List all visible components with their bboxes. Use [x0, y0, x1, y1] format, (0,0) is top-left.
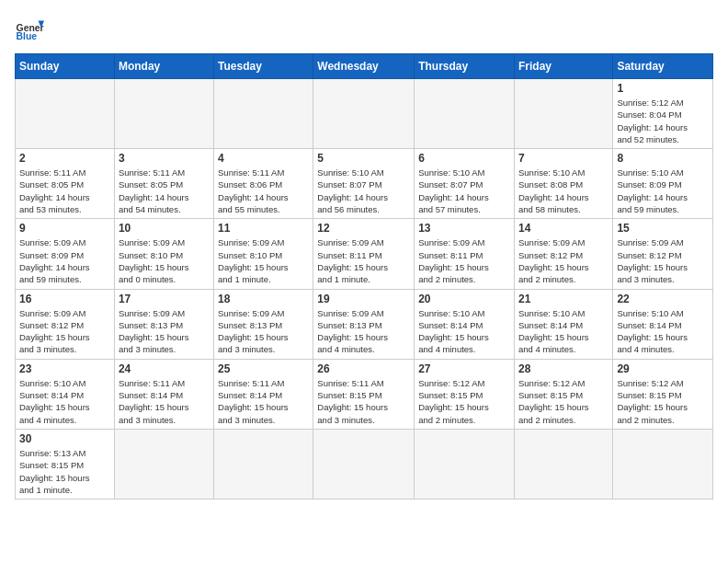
day-number: 22	[617, 293, 709, 305]
day-number: 24	[119, 362, 210, 375]
day-info: Sunrise: 5:09 AM Sunset: 8:12 PM Dayligh…	[19, 307, 110, 356]
svg-text:Blue: Blue	[17, 31, 38, 41]
day-info: Sunrise: 5:09 AM Sunset: 8:13 PM Dayligh…	[119, 307, 210, 356]
calendar-cell: 23Sunrise: 5:10 AM Sunset: 8:14 PM Dayli…	[16, 359, 115, 429]
logo-icon: General Blue	[15, 15, 44, 44]
calendar-cell: 8Sunrise: 5:10 AM Sunset: 8:09 PM Daylig…	[613, 149, 713, 219]
day-info: Sunrise: 5:09 AM Sunset: 8:09 PM Dayligh…	[19, 236, 110, 285]
calendar-cell: 29Sunrise: 5:12 AM Sunset: 8:15 PM Dayli…	[613, 359, 713, 429]
calendar-cell	[214, 79, 313, 149]
day-header-saturday: Saturday	[613, 54, 713, 79]
day-number: 15	[617, 222, 709, 235]
day-info: Sunrise: 5:10 AM Sunset: 8:09 PM Dayligh…	[617, 167, 709, 215]
day-number: 6	[418, 152, 510, 165]
calendar-week-6: 30Sunrise: 5:13 AM Sunset: 8:15 PM Dayli…	[16, 429, 713, 499]
calendar-cell: 3Sunrise: 5:11 AM Sunset: 8:05 PM Daylig…	[114, 149, 213, 219]
day-info: Sunrise: 5:10 AM Sunset: 8:14 PM Dayligh…	[418, 307, 510, 356]
calendar-week-3: 9Sunrise: 5:09 AM Sunset: 8:09 PM Daylig…	[16, 219, 713, 289]
day-info: Sunrise: 5:11 AM Sunset: 8:05 PM Dayligh…	[119, 167, 210, 215]
day-number: 26	[317, 362, 410, 375]
calendar-cell: 20Sunrise: 5:10 AM Sunset: 8:14 PM Dayli…	[415, 289, 515, 359]
calendar-week-4: 16Sunrise: 5:09 AM Sunset: 8:12 PM Dayli…	[16, 289, 713, 359]
calendar-cell: 13Sunrise: 5:09 AM Sunset: 8:11 PM Dayli…	[415, 219, 515, 289]
logo: General Blue	[15, 15, 48, 44]
day-header-tuesday: Tuesday	[214, 54, 313, 79]
calendar-cell	[613, 429, 713, 499]
calendar-cell	[514, 79, 612, 149]
calendar-cell: 16Sunrise: 5:09 AM Sunset: 8:12 PM Dayli…	[16, 289, 115, 359]
day-info: Sunrise: 5:11 AM Sunset: 8:06 PM Dayligh…	[218, 167, 309, 215]
day-number: 17	[119, 293, 210, 305]
calendar-cell: 18Sunrise: 5:09 AM Sunset: 8:13 PM Dayli…	[214, 289, 313, 359]
day-number: 4	[218, 152, 309, 165]
calendar-cell: 1Sunrise: 5:12 AM Sunset: 8:04 PM Daylig…	[613, 79, 713, 149]
calendar-cell: 26Sunrise: 5:11 AM Sunset: 8:15 PM Dayli…	[313, 359, 415, 429]
day-info: Sunrise: 5:09 AM Sunset: 8:12 PM Dayligh…	[617, 236, 709, 285]
day-info: Sunrise: 5:12 AM Sunset: 8:15 PM Dayligh…	[518, 377, 609, 426]
calendar-cell	[514, 429, 612, 499]
day-info: Sunrise: 5:09 AM Sunset: 8:11 PM Dayligh…	[418, 236, 510, 285]
day-number: 27	[418, 362, 510, 375]
calendar-cell: 28Sunrise: 5:12 AM Sunset: 8:15 PM Dayli…	[514, 359, 612, 429]
day-number: 16	[19, 293, 110, 305]
day-number: 28	[518, 362, 609, 375]
calendar-cell: 11Sunrise: 5:09 AM Sunset: 8:10 PM Dayli…	[214, 219, 313, 289]
header-row: SundayMondayTuesdayWednesdayThursdayFrid…	[16, 54, 713, 79]
day-number: 20	[418, 293, 510, 305]
calendar-body: 1Sunrise: 5:12 AM Sunset: 8:04 PM Daylig…	[16, 79, 713, 500]
day-info: Sunrise: 5:10 AM Sunset: 8:07 PM Dayligh…	[317, 167, 410, 215]
calendar-cell: 19Sunrise: 5:09 AM Sunset: 8:13 PM Dayli…	[313, 289, 415, 359]
calendar-header: SundayMondayTuesdayWednesdayThursdayFrid…	[16, 54, 713, 79]
day-number: 21	[518, 293, 609, 305]
day-info: Sunrise: 5:10 AM Sunset: 8:08 PM Dayligh…	[518, 167, 609, 215]
calendar-cell: 27Sunrise: 5:12 AM Sunset: 8:15 PM Dayli…	[415, 359, 515, 429]
day-info: Sunrise: 5:11 AM Sunset: 8:15 PM Dayligh…	[317, 377, 410, 426]
day-info: Sunrise: 5:12 AM Sunset: 8:15 PM Dayligh…	[617, 377, 709, 426]
day-number: 3	[119, 152, 210, 165]
calendar-cell: 30Sunrise: 5:13 AM Sunset: 8:15 PM Dayli…	[16, 429, 115, 499]
calendar-cell	[313, 79, 415, 149]
day-header-friday: Friday	[514, 54, 612, 79]
calendar-cell: 5Sunrise: 5:10 AM Sunset: 8:07 PM Daylig…	[313, 149, 415, 219]
calendar-cell: 17Sunrise: 5:09 AM Sunset: 8:13 PM Dayli…	[114, 289, 213, 359]
calendar-table: SundayMondayTuesdayWednesdayThursdayFrid…	[15, 53, 713, 500]
day-info: Sunrise: 5:10 AM Sunset: 8:14 PM Dayligh…	[19, 377, 110, 426]
calendar-cell	[214, 429, 313, 499]
day-info: Sunrise: 5:09 AM Sunset: 8:11 PM Dayligh…	[317, 236, 410, 285]
calendar-cell: 24Sunrise: 5:11 AM Sunset: 8:14 PM Dayli…	[114, 359, 213, 429]
day-header-sunday: Sunday	[16, 54, 115, 79]
day-info: Sunrise: 5:10 AM Sunset: 8:07 PM Dayligh…	[418, 167, 510, 215]
day-info: Sunrise: 5:10 AM Sunset: 8:14 PM Dayligh…	[617, 307, 709, 356]
calendar-cell: 21Sunrise: 5:10 AM Sunset: 8:14 PM Dayli…	[514, 289, 612, 359]
day-number: 1	[617, 82, 709, 95]
day-number: 8	[617, 152, 709, 165]
day-info: Sunrise: 5:11 AM Sunset: 8:14 PM Dayligh…	[119, 377, 210, 426]
day-number: 19	[317, 293, 410, 305]
page-header: General Blue	[15, 15, 713, 44]
day-number: 25	[218, 362, 309, 375]
calendar-cell	[114, 429, 213, 499]
day-info: Sunrise: 5:13 AM Sunset: 8:15 PM Dayligh…	[19, 447, 110, 496]
day-info: Sunrise: 5:09 AM Sunset: 8:13 PM Dayligh…	[317, 307, 410, 356]
calendar-cell	[16, 79, 115, 149]
day-info: Sunrise: 5:12 AM Sunset: 8:04 PM Dayligh…	[617, 97, 709, 145]
calendar-cell: 12Sunrise: 5:09 AM Sunset: 8:11 PM Dayli…	[313, 219, 415, 289]
day-number: 29	[617, 362, 709, 375]
calendar-cell: 2Sunrise: 5:11 AM Sunset: 8:05 PM Daylig…	[16, 149, 115, 219]
calendar-week-2: 2Sunrise: 5:11 AM Sunset: 8:05 PM Daylig…	[16, 149, 713, 219]
day-info: Sunrise: 5:10 AM Sunset: 8:14 PM Dayligh…	[518, 307, 609, 356]
day-number: 2	[19, 152, 110, 165]
calendar-week-5: 23Sunrise: 5:10 AM Sunset: 8:14 PM Dayli…	[16, 359, 713, 429]
day-number: 23	[19, 362, 110, 375]
day-header-monday: Monday	[114, 54, 213, 79]
calendar-cell: 22Sunrise: 5:10 AM Sunset: 8:14 PM Dayli…	[613, 289, 713, 359]
day-header-thursday: Thursday	[415, 54, 515, 79]
calendar-cell: 9Sunrise: 5:09 AM Sunset: 8:09 PM Daylig…	[16, 219, 115, 289]
calendar-cell	[313, 429, 415, 499]
day-info: Sunrise: 5:09 AM Sunset: 8:12 PM Dayligh…	[518, 236, 609, 285]
day-number: 9	[19, 222, 110, 235]
day-info: Sunrise: 5:09 AM Sunset: 8:10 PM Dayligh…	[218, 236, 309, 285]
day-number: 30	[19, 432, 110, 445]
calendar-cell	[415, 79, 515, 149]
day-info: Sunrise: 5:11 AM Sunset: 8:05 PM Dayligh…	[19, 167, 110, 215]
